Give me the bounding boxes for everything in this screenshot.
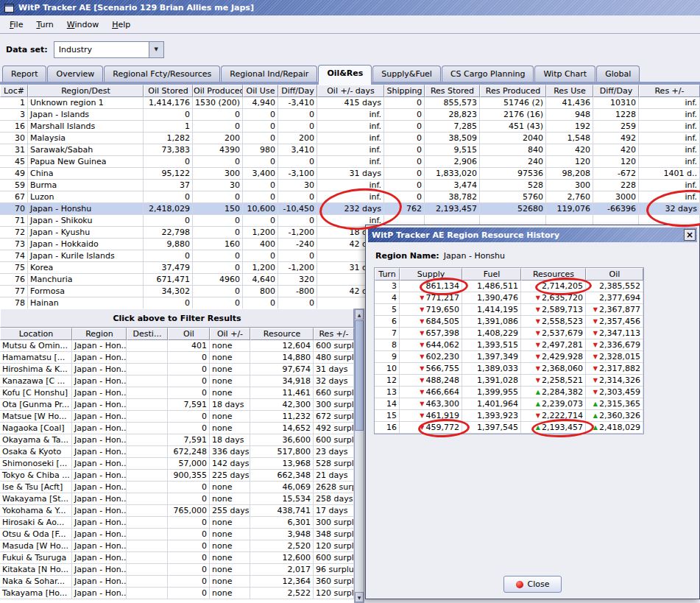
table-row[interactable]: 12▼488,2481,391,028▼2,258,521▼2,314,326 (375, 375, 643, 387)
column-header-turn[interactable]: Turn (375, 268, 400, 281)
tab-regional-fcty-resources[interactable]: Regional Fcty/Resources (104, 66, 220, 82)
scroll-up-button[interactable]: ▲ (355, 309, 364, 320)
column-header-supply[interactable]: Supply (400, 268, 462, 281)
table-row[interactable]: 16▼459,7721,397,545▲2,193,457▲2,418,029 (375, 422, 643, 434)
column-header-shipping[interactable]: Shipping (384, 85, 425, 97)
table-row[interactable]: Otsu & Oda [F...Japan - Hon...0none3,948… (0, 529, 354, 540)
column-header-res-produced[interactable]: Res Produced (480, 85, 546, 97)
tab-report[interactable]: Report (2, 66, 46, 82)
tab-supply-fuel[interactable]: Supply&Fuel (372, 66, 441, 82)
cell: 18 days (210, 434, 250, 446)
table-row[interactable]: Mutsu & Omin...Japan - Hon...401none12,6… (0, 340, 354, 352)
table-row[interactable]: Wakayama [St...Japan - Hon...0none15,534… (0, 493, 354, 505)
table-row[interactable]: Hirosaki & Ao...Japan - Hon...0none6,301… (0, 517, 354, 529)
table-row[interactable]: 16Marshall Islands1000inf.07,285451 (43)… (0, 121, 700, 133)
column-header-oil[interactable]: Oil (586, 268, 643, 281)
dialog-titlebar[interactable]: WitP Tracker AE Region Resource History … (368, 228, 697, 242)
table-row[interactable]: 59Burma3730030inf.03,474528300228inf. (0, 180, 700, 191)
table-row[interactable]: 6▼684,5051,391,086▼2,558,523▼2,357,456 (375, 316, 643, 328)
column-header-diff-day[interactable]: Diff/Day (593, 85, 639, 97)
table-row[interactable]: 8▼644,0621,393,515▼2,497,281▼2,336,679 (375, 339, 643, 351)
table-row[interactable]: Hamamatsu [...Japan - Hon...0none14,8804… (0, 352, 354, 364)
table-row[interactable]: 14▼463,3001,401,964▲2,239,073▲2,315,365 (375, 398, 643, 410)
tab-cs-cargo-planning[interactable]: CS Cargo Planning (442, 66, 534, 82)
table-row[interactable]: 3861,1341,486,5112,714,2052,385,552 (375, 281, 643, 292)
table-row[interactable]: 3Japan - Islands0000inf.028,8232176 (16)… (0, 109, 700, 121)
column-header-res-stored[interactable]: Res Stored (425, 85, 480, 97)
table-row[interactable]: 5▼719,6501,414,195▼2,589,713▼2,367,877 (375, 304, 643, 316)
table-row[interactable]: Kanazawa [C ...Japan - Hon...0none34,918… (0, 375, 354, 387)
table-row[interactable]: 7▼657,3981,408,229▼2,537,679▼2,347,113 (375, 328, 643, 339)
table-row[interactable]: Takayama [Ho...Japan - Hon...0none2,5221… (0, 588, 354, 599)
table-row[interactable]: 67Luzon0000inf.038,78257602,7603000inf. (0, 191, 700, 203)
tab-witp-chart[interactable]: Witp Chart (534, 66, 595, 82)
tab-global[interactable]: Global (596, 66, 640, 82)
column-header-loc[interactable]: Loc# (0, 85, 28, 97)
table-row[interactable]: 13▼466,6641,399,955▲2,284,382▼2,303,459 (375, 387, 643, 398)
table-row[interactable]: Fukui & TsurugaJapan - Hon...0none12,600… (0, 552, 354, 564)
table-row[interactable]: Osaka & KyotoJapan - Hon...672,248336 da… (0, 446, 354, 458)
column-header-desti[interactable]: Desti... (127, 328, 168, 340)
menu-help[interactable]: Help (105, 17, 137, 32)
column-header-location[interactable]: Location (0, 328, 72, 340)
column-header-oil-stored[interactable]: Oil Stored (144, 85, 193, 97)
close-button[interactable]: Close (503, 576, 562, 593)
menu-turn[interactable]: Turn (29, 17, 60, 32)
table-row[interactable]: Ota [Gunma Pr...Japan - Hon...7,59118 da… (0, 399, 354, 411)
cell: Takayama [Ho... (0, 588, 72, 599)
table-row[interactable]: 15▼461,9191,393,923▼2,222,714▲2,360,326 (375, 410, 643, 422)
table-row[interactable]: 45Papua New Guinea0000inf.02,90624012012… (0, 156, 700, 168)
table-row[interactable]: 70Japan - Honshu2,418,02915010,600-10,45… (0, 203, 700, 215)
menu-file[interactable]: File (3, 17, 29, 32)
table-row[interactable]: Hiroshima & K...Japan - Hon...0none97,67… (0, 364, 354, 375)
dataset-combobox[interactable]: Industry ▼ (54, 41, 164, 58)
table-row[interactable]: Kofu [C Honshu]Japan - Hon...0none11,461… (0, 387, 354, 399)
table-row[interactable]: 31Sarawak/Sabah73,38343909803,410inf.09,… (0, 144, 700, 156)
table-row[interactable]: Masuda [W Ho...Japan - Hon...0none2,5201… (0, 540, 354, 552)
column-header-oil-days[interactable]: Oil +/- days (317, 85, 384, 97)
cell: Unknown region 1 (28, 97, 144, 109)
table-row[interactable]: 49China95,1223003,400-3,10031 days01,833… (0, 168, 700, 180)
column-header-region-dest[interactable]: Region/Dest (28, 85, 144, 97)
table-row[interactable]: Naka & Sohar...Japan - Hon...0none12,364… (0, 576, 354, 588)
column-header-oil-produced[interactable]: Oil Produced (193, 85, 243, 97)
table-row[interactable]: Kitakata [N Ho...Japan - Hon...0none2,01… (0, 564, 354, 576)
window-titlebar[interactable]: WitP Tracker AE [Scenario 129 Brian Alli… (0, 0, 700, 15)
table-row[interactable]: 1Unknown region 11,414,1761530 (200)4,94… (0, 97, 700, 109)
menu-window[interactable]: Window (60, 17, 105, 32)
location-table-scrollbar[interactable]: ▲ ▼ (354, 308, 364, 603)
filter-results-button[interactable]: Click above to Filter Results (0, 308, 354, 328)
column-header-fuel[interactable]: Fuel (462, 268, 521, 281)
table-row[interactable]: 9▼602,2301,397,349▼2,429,928▼2,328,015 (375, 351, 643, 363)
column-header-resource[interactable]: Resource (250, 328, 314, 340)
column-header-oil[interactable]: Oil +/- (210, 328, 250, 340)
cell: Japan - Kyushu (28, 227, 144, 239)
table-row[interactable]: Tokyo & Chiba ...Japan - Hon...900,35522… (0, 470, 354, 482)
column-header-res[interactable]: Res +/- (639, 85, 700, 97)
table-row[interactable]: 4▼771,2171,390,476▼2,635,7202,377,694 (375, 292, 643, 304)
column-header-region[interactable]: Region (72, 328, 127, 340)
table-row[interactable]: 10▼566,7551,389,033▼2,368,060▼2,317,882 (375, 363, 643, 375)
scrollbar-thumb[interactable] (355, 320, 364, 431)
table-row[interactable]: Shimonoseki [...Japan - Hon...57,000142 … (0, 458, 354, 470)
table-row[interactable]: 30Malaysia1,2822000200inf.038,50920401,5… (0, 133, 700, 144)
tab-overview[interactable]: Overview (47, 66, 103, 82)
table-row[interactable]: Matsue [W Ho...Japan - Hon...0none11,232… (0, 411, 354, 423)
column-header-resources[interactable]: Resources (521, 268, 586, 281)
column-header-res[interactable]: Res +/- (314, 328, 354, 340)
column-header-diff-day[interactable]: Diff/Day (278, 85, 317, 97)
cell: 0 (243, 215, 278, 227)
tab-oil-res[interactable]: Oil&Res (318, 65, 372, 82)
table-row[interactable]: Okayama & Ta...Japan - Hon...7,59118 day… (0, 434, 354, 446)
table-row[interactable]: Yokohama & Y...Japan - Hon...765,000255 … (0, 505, 354, 517)
combo-dropdown-button[interactable]: ▼ (149, 42, 163, 57)
column-header-oil-use[interactable]: Oil Use (243, 85, 278, 97)
cell: 7,591 (168, 434, 210, 446)
scroll-down-button[interactable]: ▼ (355, 592, 364, 602)
column-header-oil[interactable]: Oil (168, 328, 210, 340)
table-row[interactable]: Ise & Tsu [Acft]Japan - Hon...0none46,06… (0, 482, 354, 493)
column-header-res-use[interactable]: Res Use (546, 85, 593, 97)
dialog-close-button[interactable]: × (684, 229, 696, 241)
table-row[interactable]: Nagaoka [Coal]Japan - Hon...0none14,6524… (0, 423, 354, 434)
tab-regional-ind-repair[interactable]: Regional Ind/Repair (221, 66, 317, 82)
